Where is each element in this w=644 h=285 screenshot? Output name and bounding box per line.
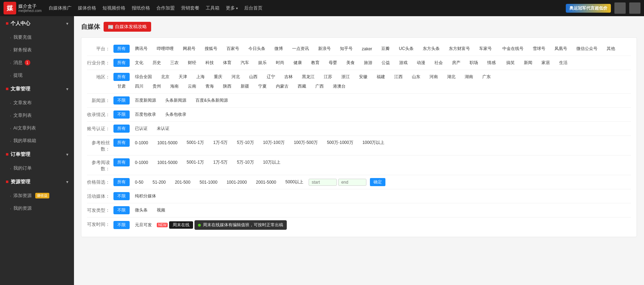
filter-option[interactable]: 10万-100万 xyxy=(259,139,289,147)
yuandan-option[interactable]: 元旦可发NEW xyxy=(131,221,168,229)
filter-option[interactable]: 海南 xyxy=(166,82,182,90)
filter-option[interactable]: 1万-5万 xyxy=(209,158,231,166)
avatar-2[interactable] xyxy=(629,2,640,14)
weekend-online-btn[interactable]: 周末在线 xyxy=(169,221,193,229)
filter-option[interactable]: 娱乐 xyxy=(254,59,271,67)
filter-option[interactable]: 湖南 xyxy=(461,73,477,81)
filter-option[interactable]: 时尚 xyxy=(272,59,288,67)
filter-option[interactable]: 网易号 xyxy=(179,45,199,53)
sidebar-item-财务报表[interactable]: ·财务报表 xyxy=(0,44,74,56)
filter-option[interactable]: 东方头条 xyxy=(419,45,444,53)
filter-option[interactable]: 综合全国 xyxy=(131,73,156,81)
filter-option[interactable]: 西藏 xyxy=(294,82,310,90)
filter-option[interactable]: 河南 xyxy=(426,73,442,81)
nav-item[interactable]: 自媒体推广 xyxy=(49,5,72,11)
filter-option[interactable]: zaker xyxy=(358,45,376,52)
price-start-input[interactable] xyxy=(309,179,337,186)
filter-option[interactable]: 所有 xyxy=(113,158,130,166)
filter-option[interactable]: UC头条 xyxy=(395,45,417,53)
filter-option[interactable]: 文化 xyxy=(131,59,147,67)
filter-option[interactable]: 美食 xyxy=(342,59,359,67)
filter-option[interactable]: 0-50 xyxy=(131,179,147,186)
filter-option[interactable]: 新浪号 xyxy=(314,45,335,53)
sidebar-header-resource[interactable]: ■资源管理▾ xyxy=(0,175,74,189)
filter-option[interactable]: 教育 xyxy=(307,59,323,67)
avatar[interactable] xyxy=(614,2,626,14)
filter-option[interactable]: 5000以上 xyxy=(281,178,307,186)
filter-option[interactable]: 所有 xyxy=(113,139,130,147)
sidebar-item-我的草稿箱[interactable]: ·我的草稿箱 xyxy=(0,134,74,147)
price-end-input[interactable] xyxy=(338,179,366,186)
filter-option[interactable]: 纯积分媒体 xyxy=(131,192,160,200)
filter-option[interactable]: 山西 xyxy=(245,73,261,81)
filter-option[interactable]: 搜狐号 xyxy=(201,45,221,53)
nav-item[interactable]: 报纸价格 xyxy=(132,5,150,11)
filter-option[interactable]: 哔哩哔哩 xyxy=(153,45,178,53)
filter-option[interactable]: 江西 xyxy=(390,73,407,81)
filter-option[interactable]: 科技 xyxy=(202,59,218,67)
filter-option[interactable]: 知乎号 xyxy=(336,45,357,53)
filter-option[interactable]: 5万-10万 xyxy=(233,139,258,147)
filter-option[interactable]: 公益 xyxy=(378,59,394,67)
filter-option[interactable]: 所有 xyxy=(113,73,130,81)
filter-option[interactable]: 旅游 xyxy=(360,59,376,67)
filter-option[interactable]: 百家号 xyxy=(223,45,243,53)
nav-item[interactable]: 合作加盟 xyxy=(156,5,175,11)
filter-option[interactable]: 已认证 xyxy=(131,125,151,133)
filter-option[interactable]: 健康 xyxy=(290,59,306,67)
filter-option[interactable]: 视频 xyxy=(153,206,169,214)
filter-option[interactable]: 1001-5000 xyxy=(153,139,181,146)
filter-option[interactable]: 天津 xyxy=(175,73,191,81)
nav-item[interactable]: 更多 xyxy=(226,5,238,11)
filter-option[interactable]: 港澳台 xyxy=(329,82,349,90)
sidebar-item-我的订单[interactable]: ·我的订单 xyxy=(0,162,74,175)
promo-banner[interactable]: 奥运冠军代言超低价 xyxy=(566,4,611,13)
filter-option[interactable]: 百度包收录 xyxy=(131,110,160,119)
filter-option[interactable]: 广东 xyxy=(478,73,495,81)
filter-option[interactable]: 中金在线号 xyxy=(499,45,527,53)
filter-option[interactable]: 今日头条 xyxy=(244,45,269,53)
filter-option[interactable]: 1000万以上 xyxy=(359,139,389,147)
filter-option[interactable]: 浙江 xyxy=(338,73,354,81)
filter-option[interactable]: 黑龙江 xyxy=(298,73,318,81)
filter-option[interactable]: 不限 xyxy=(113,221,130,229)
filter-option[interactable]: 情感 xyxy=(483,59,500,67)
filter-option[interactable]: 体育 xyxy=(219,59,235,67)
filter-option[interactable]: 凤凰号 xyxy=(551,45,571,53)
filter-option[interactable]: 微头条 xyxy=(131,206,151,214)
filter-option[interactable]: 山东 xyxy=(408,73,424,81)
filter-option[interactable]: 0-1000 xyxy=(131,159,152,166)
filter-option[interactable]: 雪球号 xyxy=(529,45,549,53)
sidebar-item-AI文章列表[interactable]: ·AI文章列表 xyxy=(0,122,74,134)
filter-option[interactable]: 一点资讯 xyxy=(288,45,313,53)
filter-option[interactable]: 微信公众号 xyxy=(572,45,601,53)
filter-option[interactable]: 财经 xyxy=(184,59,200,67)
filter-option[interactable]: 百度新闻源 xyxy=(131,96,160,104)
filter-option[interactable]: 10万以上 xyxy=(259,158,284,166)
filter-option[interactable]: 历史 xyxy=(149,59,165,67)
filter-option[interactable]: 游戏 xyxy=(395,59,411,67)
filter-option[interactable]: 所有 xyxy=(113,59,130,67)
sidebar-item-我的资源[interactable]: ·我的资源 xyxy=(0,202,74,215)
filter-option[interactable]: 新闻 xyxy=(520,59,536,67)
filter-option[interactable]: 不限 xyxy=(113,96,130,104)
filter-option[interactable]: 所有 xyxy=(113,45,130,53)
filter-option[interactable]: 所有 xyxy=(113,178,130,186)
filter-option[interactable]: 广西 xyxy=(311,82,328,90)
filter-option[interactable]: 1万-5万 xyxy=(209,139,231,147)
sidebar-item-文章发布[interactable]: ·文章发布 xyxy=(0,96,74,109)
filter-option[interactable]: 动漫 xyxy=(413,59,429,67)
filter-option[interactable]: 未认证 xyxy=(153,125,173,133)
filter-option[interactable]: 腾讯号 xyxy=(131,45,151,53)
filter-option[interactable]: 1001-2000 xyxy=(223,179,250,186)
filter-option[interactable]: 生活 xyxy=(555,59,571,67)
nav-item[interactable]: 后台首页 xyxy=(244,5,262,11)
sidebar-item-添加资源[interactable]: ·添加资源赚收益 xyxy=(0,189,74,202)
filter-option[interactable]: 江苏 xyxy=(320,73,336,81)
filter-option[interactable]: 新疆 xyxy=(237,82,253,90)
filter-option[interactable]: 汽车 xyxy=(237,59,253,67)
filter-option[interactable]: 社会 xyxy=(431,59,447,67)
filter-option[interactable]: 内蒙古 xyxy=(272,82,292,90)
nav-item[interactable]: 营销套餐 xyxy=(181,5,199,11)
logo-area[interactable]: 媒 媒介盒子 meijlehezi.com xyxy=(4,2,42,14)
